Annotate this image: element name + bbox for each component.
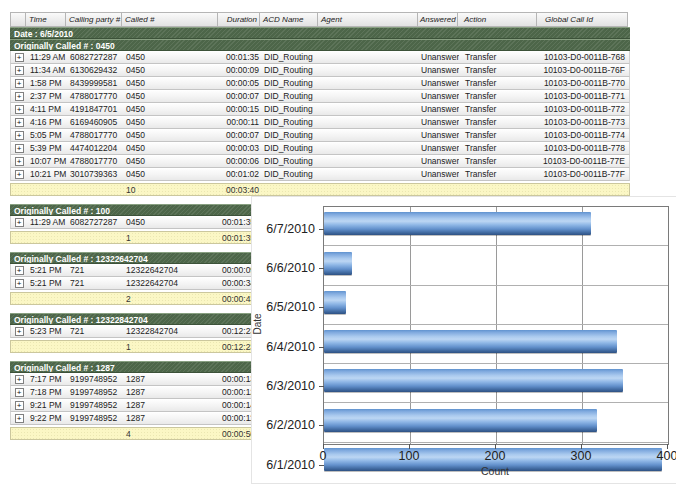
cell-ans: Unanswered xyxy=(419,142,459,154)
cell-time: 7:17 PM xyxy=(27,373,67,385)
cell-ans: Unanswered xyxy=(419,155,459,167)
cell-calling: 6130629432 xyxy=(67,64,123,76)
expand-button[interactable]: + xyxy=(15,92,24,101)
header-time[interactable]: Time xyxy=(26,12,66,27)
expand-cell: + xyxy=(11,129,27,141)
expand-button[interactable]: + xyxy=(15,66,24,75)
cell-time: 5:39 PM xyxy=(27,142,67,154)
cell-gid: 10103-D0-0011B-768 xyxy=(538,51,629,63)
summary-spacer xyxy=(11,428,27,439)
header-dur[interactable]: Duration xyxy=(218,12,260,27)
chart-band: 6/7/2010 xyxy=(324,212,668,246)
cell-called: 0450 xyxy=(123,103,219,115)
expand-button[interactable]: + xyxy=(15,327,24,336)
cell-called: 12322642704 xyxy=(123,277,219,289)
expand-button[interactable]: + xyxy=(15,79,24,88)
group-table: TimeCalling party #Called #DurationACD N… xyxy=(10,12,630,196)
chart-x-axis-title: Count xyxy=(481,465,509,477)
expand-cell: + xyxy=(11,386,27,398)
expand-button[interactable]: + xyxy=(15,144,24,153)
cell-time: 5:23 PM xyxy=(27,325,67,337)
expand-button[interactable]: + xyxy=(15,388,24,397)
header-calling[interactable]: Calling party # xyxy=(66,12,122,27)
header-agent[interactable]: Agent xyxy=(318,12,418,27)
bar-6-6-2010 xyxy=(324,252,352,275)
chart-band: 6/2/2010 xyxy=(324,409,668,443)
cell-dur: 00:00:06 xyxy=(219,155,261,167)
cell-calling: 4788017770 xyxy=(67,129,123,141)
x-axis-tick-label: 100 xyxy=(399,449,420,463)
cell-gid: 10103-D0-0011B-771 xyxy=(538,90,629,102)
cell-act: Transfer xyxy=(459,116,538,128)
summary-spacer xyxy=(67,184,123,195)
cell-acd: DID_Routing xyxy=(261,51,319,63)
cell-dur: 00:00:03 xyxy=(219,142,261,154)
expand-button[interactable]: + xyxy=(15,401,24,410)
expand-button[interactable]: + xyxy=(15,414,24,423)
table-row: +10:07 PM4788017770045000:00:06DID_Routi… xyxy=(10,155,630,168)
summary-spacer xyxy=(27,341,67,352)
cell-acd: DID_Routing xyxy=(261,155,319,167)
cell-time: 2:37 PM xyxy=(27,90,67,102)
expand-button[interactable]: + xyxy=(15,375,24,384)
header-ans[interactable]: Answered xyxy=(418,12,458,27)
expand-button[interactable]: + xyxy=(15,105,24,114)
expand-button[interactable]: + xyxy=(15,279,24,288)
expand-button[interactable]: + xyxy=(15,170,24,179)
expand-button[interactable]: + xyxy=(15,131,24,140)
cell-dur: 00:00:09 xyxy=(219,64,261,76)
summary-spacer xyxy=(67,341,123,352)
expand-button[interactable]: + xyxy=(15,157,24,166)
expand-cell: + xyxy=(11,399,27,411)
header-acd[interactable]: ACD Name xyxy=(260,12,318,27)
expand-cell: + xyxy=(11,264,27,276)
table-row: +10:21 PM3010739363045000:01:02DID_Routi… xyxy=(10,168,630,181)
summary-spacer xyxy=(67,232,123,243)
cell-act: Transfer xyxy=(459,77,538,89)
bar-6-4-2010 xyxy=(324,330,617,353)
expand-button[interactable]: + xyxy=(15,266,24,275)
chart-band: 6/4/2010 xyxy=(324,330,668,364)
cell-dur: 00:00:09 xyxy=(219,264,253,276)
cell-called: 1287 xyxy=(123,412,219,424)
cell-calling: 9199748952 xyxy=(67,373,123,385)
cell-called: 0450 xyxy=(123,155,219,167)
header-called[interactable]: Called # xyxy=(122,12,218,27)
table-row: +11:34 AM6130629432045000:00:09DID_Routi… xyxy=(10,64,630,77)
cell-acd: DID_Routing xyxy=(261,129,319,141)
expand-button[interactable]: + xyxy=(15,218,24,227)
cell-act: Transfer xyxy=(459,129,538,141)
expand-button[interactable]: + xyxy=(15,53,24,62)
cell-called: 0450 xyxy=(123,51,219,63)
cell-called: 0450 xyxy=(123,90,219,102)
expand-cell: + xyxy=(11,325,27,337)
cell-called: 0450 xyxy=(123,129,219,141)
cell-agent xyxy=(319,90,419,102)
cell-dur: 00:01:35 xyxy=(219,51,261,63)
expand-cell: + xyxy=(11,168,27,180)
header-gid[interactable]: Global Call Id xyxy=(537,12,628,27)
cell-dur: 00:00:11 xyxy=(219,412,253,424)
cell-time: 7:18 PM xyxy=(27,386,67,398)
summary-spacer xyxy=(11,293,27,304)
expand-button[interactable]: + xyxy=(15,118,24,127)
expand-cell: + xyxy=(11,277,27,289)
cell-dur: 00:00:14 xyxy=(219,399,253,411)
expand-cell: + xyxy=(11,103,27,115)
cell-calling: 6082727287 xyxy=(67,51,123,63)
cell-called: 0450 xyxy=(123,116,219,128)
cell-agent xyxy=(319,168,419,180)
bar-6-5-2010 xyxy=(324,291,346,314)
cell-acd: DID_Routing xyxy=(261,142,319,154)
header-act[interactable]: Action xyxy=(458,12,537,27)
cell-calling: 9199748952 xyxy=(67,386,123,398)
cell-ans: Unanswered xyxy=(419,51,459,63)
x-axis-tick-label: 200 xyxy=(485,449,506,463)
expand-cell: + xyxy=(11,373,27,385)
cell-dur: 00:00:11 xyxy=(219,116,261,128)
cell-called: 0450 xyxy=(123,77,219,89)
cell-time: 9:22 PM xyxy=(27,412,67,424)
cell-called: 0450 xyxy=(123,64,219,76)
cell-ans: Unanswered xyxy=(419,77,459,89)
table-row: +1:58 PM8439999581045000:00:05DID_Routin… xyxy=(10,77,630,90)
